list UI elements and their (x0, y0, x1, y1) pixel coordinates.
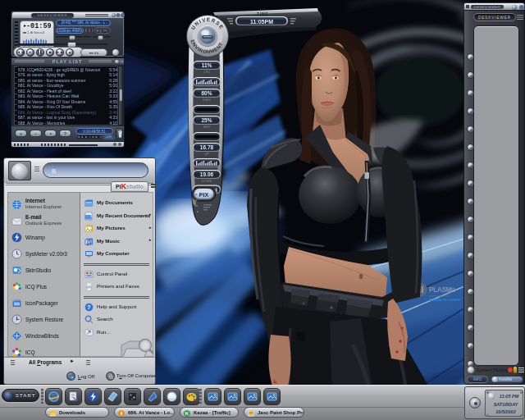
svg-text:60%: 60% (201, 90, 212, 96)
svg-text:macro magnifier: macro magnifier (429, 294, 450, 298)
svg-text:SWP: SWP (203, 125, 210, 129)
svg-text:K: K (185, 411, 189, 416)
svg-text:CPU: CPU (203, 70, 211, 74)
svg-text:PLASMa: PLASMa (429, 285, 455, 294)
svg-text:MEM: MEM (203, 98, 210, 102)
svg-text:UP: UP (204, 152, 209, 156)
svg-text:11%: 11% (202, 62, 212, 68)
svg-text:TIME: TIME (257, 12, 269, 16)
svg-text:25%: 25% (201, 117, 212, 123)
svg-text:19.06: 19.06 (200, 171, 214, 177)
svg-text:PIX: PIX (199, 192, 209, 198)
svg-text:16.78: 16.78 (200, 144, 214, 150)
svg-text:WWW.ALTE+CORP.N: WWW.ALTE+CORP.N (429, 299, 460, 302)
svg-text:DOWN: DOWN (202, 179, 212, 183)
svg-text:11:05PM: 11:05PM (250, 19, 273, 25)
svg-text:?: ? (87, 304, 90, 310)
